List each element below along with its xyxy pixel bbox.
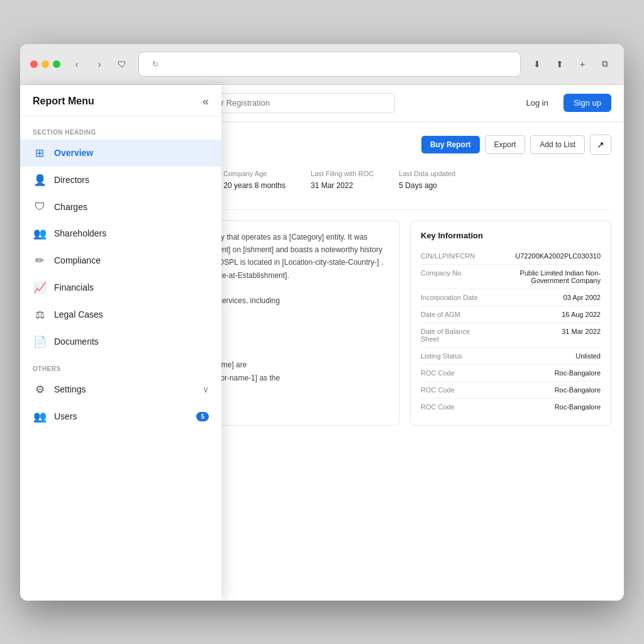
info-row: CIN/LLPIN/FCRN U72200KA2002PLC030310 — [421, 248, 601, 265]
info-row: ROC Code Roc-Bangalore — [421, 399, 601, 415]
key-info-card: Key Information CIN/LLPIN/FCRN U72200KA2… — [410, 220, 611, 426]
menu-label-documents: Documents — [54, 336, 99, 347]
info-value: Public Limited Indian Non-Government Com… — [497, 269, 601, 284]
menu-icon-compliance: ✏ — [33, 254, 47, 267]
signup-button[interactable]: Sign up — [564, 94, 611, 112]
chevron-down-icon: ∨ — [203, 384, 209, 394]
menu-label-legal-cases: Legal Cases — [54, 309, 103, 319]
new-tab-icon[interactable]: + — [574, 55, 591, 73]
address-bar-container: ↻ — [138, 52, 521, 77]
close-traffic-light[interactable] — [30, 60, 38, 68]
menu-label-shareholders: Shareholders — [54, 228, 106, 238]
external-link-icon[interactable]: ↗ — [590, 135, 611, 155]
menu-item-users[interactable]: 👥 Users 5 — [20, 403, 221, 430]
menu-item-shareholders[interactable]: 👥 Shareholders — [20, 220, 221, 247]
info-label: Company No. — [421, 269, 490, 284]
minimize-traffic-light[interactable] — [42, 60, 49, 68]
menu-icon-overview: ⊞ — [33, 147, 47, 160]
info-value: Roc-Bangalore — [497, 403, 601, 411]
menu-icon-charges: 🛡 — [33, 201, 47, 213]
info-row: Date of Balance Sheet 31 Mar 2022 — [421, 323, 601, 348]
menu-item-financials[interactable]: 📈 Financials — [20, 274, 221, 301]
browser-nav-controls: ‹ › 🛡 — [68, 55, 131, 73]
tabs-icon[interactable]: ⧉ — [596, 55, 614, 73]
back-button[interactable]: ‹ — [68, 55, 86, 73]
menu-label-charges: Charges — [54, 202, 87, 212]
menu-label-directors: Directors — [54, 175, 89, 185]
traffic-lights — [30, 60, 60, 68]
menu-item-documents[interactable]: 📄 Documents — [20, 328, 221, 355]
info-value: 03 Apr 2002 — [497, 294, 601, 301]
info-value: Roc-Bangalore — [497, 386, 601, 394]
app-content: Corpveda Powered by Authbridge 🔍 Log in … — [20, 85, 624, 601]
menu-item-compliance[interactable]: ✏ Compliance — [20, 247, 221, 274]
company-age-label: Company Age — [223, 170, 286, 177]
close-menu-button[interactable]: « — [203, 95, 209, 108]
key-info-title: Key Information — [421, 231, 601, 240]
forward-button[interactable]: › — [91, 55, 108, 73]
report-menu-title: Report Menu — [33, 96, 94, 107]
info-label: CIN/LLPIN/FCRN — [421, 252, 490, 260]
meta-last-data: Last Data updated 5 Days ago — [399, 170, 455, 202]
browser-actions: ⬇ ⬆ + ⧉ — [528, 55, 614, 73]
meta-company-age: Company Age 20 years 8 months — [223, 170, 286, 202]
login-button[interactable]: Log in — [518, 94, 555, 111]
fullscreen-traffic-light[interactable] — [53, 60, 60, 68]
info-row: ROC Code Roc-Bangalore — [421, 382, 601, 399]
info-label: Incorporation Date — [421, 294, 490, 301]
header-actions: Log in Sign up — [518, 94, 611, 112]
others-heading: OTHERS — [20, 360, 221, 376]
download-icon[interactable]: ⬇ — [528, 55, 546, 73]
menu-item-overview[interactable]: ⊞ Overview — [20, 140, 221, 167]
buy-report-button[interactable]: Buy Report — [421, 136, 480, 153]
menu-icon-documents: 📄 — [33, 335, 47, 348]
menu-icon-legal-cases: ⚖ — [33, 308, 47, 321]
info-value: U72200KA2002PLC030310 — [497, 252, 601, 260]
info-label: Date of Balance Sheet — [421, 328, 490, 343]
report-menu-header: Report Menu « — [20, 95, 221, 116]
menu-label-settings: Settings — [54, 384, 86, 394]
menu-label-compliance: Compliance — [54, 255, 101, 265]
info-row: Incorporation Date 03 Apr 2002 — [421, 289, 601, 306]
info-value: 16 Aug 2022 — [497, 311, 601, 318]
menu-label-overview: Overview — [54, 148, 93, 158]
last-data-value: 5 Days ago — [399, 181, 437, 190]
export-button[interactable]: Export — [485, 135, 526, 154]
info-row: Company No. Public Limited Indian Non-Go… — [421, 265, 601, 289]
menu-items-container: ⊞ Overview 👤 Directors 🛡 Charges 👥 Share… — [20, 140, 221, 355]
address-bar[interactable] — [164, 59, 513, 69]
menu-icon-settings: ⚙ — [33, 383, 47, 396]
menu-item-legal-cases[interactable]: ⚖ Legal Cases — [20, 301, 221, 328]
menu-icon-directors: 👤 — [33, 174, 47, 187]
info-value: Roc-Bangalore — [497, 369, 601, 377]
add-to-list-button[interactable]: Add to List — [530, 135, 585, 154]
info-label: Listing Status — [421, 352, 490, 360]
menu-item-directors[interactable]: 👤 Directors — [20, 167, 221, 194]
company-age-value: 20 years 8 months — [223, 181, 286, 190]
browser-window: ‹ › 🛡 ↻ ⬇ ⬆ + ⧉ Corpveda Powered by Auth… — [20, 44, 624, 601]
users-badge: 5 — [196, 412, 209, 421]
info-value: 31 Mar 2022 — [497, 328, 601, 343]
others-items-container: ⚙ Settings ∨ 👥 Users 5 — [20, 376, 221, 430]
last-filing-value: 31 Mar 2022 — [311, 181, 353, 190]
meta-last-filing: Last Filing with ROC 31 Mar 2022 — [311, 170, 374, 202]
menu-icon-financials: 📈 — [33, 281, 47, 294]
info-label: ROC Code — [421, 386, 490, 394]
info-row: Listing Status Unlisted — [421, 348, 601, 365]
reload-icon[interactable]: ↻ — [147, 55, 164, 73]
menu-label-financials: Financials — [54, 282, 94, 292]
last-data-label: Last Data updated — [399, 170, 455, 177]
browser-chrome: ‹ › 🛡 ↻ ⬇ ⬆ + ⧉ — [20, 44, 624, 85]
info-row: ROC Code Roc-Bangalore — [421, 365, 601, 382]
menu-label-users: Users — [54, 411, 77, 421]
info-value: Unlisted — [497, 352, 601, 360]
info-label: ROC Code — [421, 403, 490, 411]
key-info-rows: CIN/LLPIN/FCRN U72200KA2002PLC030310 Com… — [421, 248, 601, 415]
menu-item-charges[interactable]: 🛡 Charges — [20, 194, 221, 220]
report-menu-overlay: Report Menu « SECTION HEADING ⊞ Overview… — [20, 85, 221, 601]
last-filing-label: Last Filing with ROC — [311, 170, 374, 177]
info-row: Date of AGM 16 Aug 2022 — [421, 306, 601, 323]
menu-item-settings[interactable]: ⚙ Settings ∨ — [20, 376, 221, 403]
share-icon[interactable]: ⬆ — [551, 55, 569, 73]
shield-icon: 🛡 — [113, 55, 131, 73]
